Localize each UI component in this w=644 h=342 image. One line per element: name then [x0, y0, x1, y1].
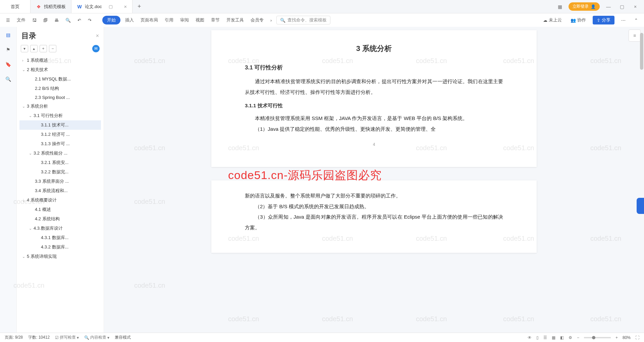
tab-add[interactable]: + — [132, 0, 146, 13]
toc-item[interactable]: ⌄5 系统详细实现 — [19, 252, 101, 261]
toc-item[interactable]: 4.3.1 数据库... — [19, 233, 101, 242]
collapse-down-icon[interactable]: ▾ — [21, 45, 28, 52]
view-web-icon[interactable]: ▦ — [552, 335, 555, 340]
toc-item[interactable]: ⌄3.1 可行性分析 — [19, 111, 101, 120]
zoom-slider[interactable] — [584, 337, 611, 338]
toc-item[interactable]: ⌄3.2 系统性能分 ... — [19, 149, 101, 158]
tab-layout[interactable]: 页面布局 — [139, 16, 160, 24]
save-as-icon[interactable]: 🗐 — [41, 16, 50, 24]
paragraph: （1）Java 提供了稳定的性能、优秀的升级性、更快速的开发、更简便的管理、全 — [245, 124, 503, 134]
preview-icon[interactable]: 🔍 — [63, 16, 73, 24]
toc-item[interactable]: 2.1 MYSQL 数据... — [19, 74, 101, 84]
toc-item[interactable]: ›1 系统概述 — [19, 56, 101, 65]
toc-item[interactable]: ⌄4.3.数据库设计 — [19, 224, 101, 233]
command-search[interactable]: 🔍 查找命令、搜索模板 — [276, 16, 330, 24]
settings-icon[interactable]: ⚙ — [569, 335, 572, 340]
toc-item[interactable]: 4.3.2 数据库... — [19, 242, 101, 252]
menu-icon[interactable]: ☰ — [4, 16, 12, 24]
outline-title: 目录 — [21, 31, 36, 41]
cloud-status[interactable]: ☁ 未上云 — [541, 16, 564, 24]
caret-icon[interactable]: ⌃ — [632, 16, 640, 24]
tab-template[interactable]: ❖ 找稻壳模板 — [31, 0, 71, 13]
reading-mode-icon[interactable]: 👁 — [528, 335, 532, 340]
heading-3: 3 系统分析 — [245, 44, 503, 54]
redo-icon[interactable]: ↷ — [86, 16, 94, 24]
close-icon[interactable]: × — [124, 4, 127, 9]
status-page: 页面: 9/28 — [5, 335, 23, 340]
page: 3 系统分析 3.1 可行性分析 通过对本精准扶贫管理系统实行的目的初步调查和分… — [211, 30, 537, 167]
monitor-icon[interactable]: ▢ — [109, 4, 113, 9]
status-words: 字数: 10412 — [28, 335, 50, 340]
tab-section[interactable]: 章节 — [209, 16, 222, 24]
collab-button[interactable]: 👥 协作 — [569, 16, 588, 24]
outline-close-icon[interactable]: × — [96, 33, 99, 39]
close-window-icon[interactable]: × — [631, 2, 640, 11]
collapse-up-icon[interactable]: ▴ — [30, 45, 38, 52]
page-number: 4 — [245, 142, 503, 147]
tab-view[interactable]: 视图 — [194, 16, 206, 24]
chat-icon[interactable]: ✉ — [92, 45, 100, 52]
toc-item[interactable]: 3.2.2 数据完... — [19, 167, 101, 177]
toc-item[interactable]: 4.1 概述 — [19, 205, 101, 214]
zoom-out-icon[interactable]: − — [577, 335, 579, 340]
scrollbar-thumb[interactable] — [640, 33, 643, 70]
print-icon[interactable]: 🖶 — [52, 16, 61, 24]
toc-item[interactable]: 3.2.1 系统安... — [19, 158, 101, 167]
view-read-icon[interactable]: ◧ — [560, 335, 564, 340]
tab-doc[interactable]: W 论文.doc ▢ × — [71, 0, 132, 13]
undo-icon[interactable]: ↶ — [75, 16, 83, 24]
toc-item[interactable]: ⌄3 系统分析 — [19, 102, 101, 111]
remove-heading-icon[interactable]: − — [49, 45, 56, 52]
view-outline-icon[interactable]: ☰ — [543, 335, 547, 340]
minimize-icon[interactable]: — — [604, 2, 613, 11]
apps-icon[interactable]: ▦ — [555, 2, 565, 11]
toc-item[interactable]: 3.3 系统界面分 ... — [19, 177, 101, 186]
search-side-icon[interactable]: 🔍 — [4, 75, 12, 83]
wps-doc-icon: W — [77, 4, 82, 9]
toc-item[interactable]: 2.3 Spring Boot ... — [19, 93, 101, 102]
maximize-icon[interactable]: ▢ — [617, 2, 627, 11]
tab-start[interactable]: 开始 — [102, 16, 120, 24]
toc-item[interactable]: ⌄4 系统概要设计 — [19, 195, 101, 205]
toc-item[interactable]: 3.4 系统流程和... — [19, 186, 101, 195]
login-button[interactable]: 立即登录👤 — [569, 2, 600, 11]
toc-item[interactable]: 2.2 B/S 结构 — [19, 84, 101, 93]
view-page-icon[interactable]: ▯ — [536, 335, 539, 340]
spell-check[interactable]: ☑ 拼写检查 ▾ — [55, 335, 79, 340]
page: 新的语言以及服务。整个系统帮用户做了大部分不重要的琐碎的工作。 （2）基于 B/… — [211, 180, 537, 253]
ai-panel-toggle[interactable]: ≡ — [629, 30, 641, 42]
more-right-icon[interactable]: › — [268, 16, 274, 24]
more-icon[interactable]: ⋯ — [619, 16, 628, 24]
file-menu[interactable]: 文件 — [15, 16, 28, 24]
tab-insert[interactable]: 插入 — [123, 16, 136, 24]
tab-devtools[interactable]: 开发工具 — [224, 16, 246, 24]
paragraph: 新的语言以及服务。整个系统帮用户做了大部分不重要的琐碎的工作。 — [245, 190, 503, 201]
tag-icon[interactable]: ⚑ — [4, 46, 12, 54]
paragraph: （2）基于 B/S 模式的系统的开发已发展日趋成熟。 — [245, 201, 503, 212]
save-icon[interactable]: 🖫 — [30, 16, 39, 24]
toc-item[interactable]: ⌄2 相关技术 — [19, 65, 101, 74]
tab-home[interactable]: 首页 — [0, 0, 31, 13]
user-icon: 👤 — [591, 4, 596, 9]
content-check[interactable]: 🔍 内容检查 ▾ — [84, 335, 109, 340]
tab-ref[interactable]: 引用 — [163, 16, 175, 24]
toc-item[interactable]: 3.1.2 经济可 ... — [19, 130, 101, 139]
heading-311: 3.1.1 技术可行性 — [245, 103, 503, 109]
fullscreen-icon[interactable]: ⛶ — [635, 335, 639, 340]
watermark-red: code51.cn-源码乐园盗图必究 — [228, 168, 382, 183]
zoom-in-icon[interactable]: + — [615, 335, 618, 340]
paragraph: 本精准扶贫管理系统采用 SSM 框架，JAVA 作为开发语言，是基于 WEB 平… — [245, 113, 503, 124]
toc-item-selected[interactable]: 3.1.1 技术可... — [19, 120, 101, 130]
outline-icon[interactable]: ▤ — [4, 31, 12, 39]
share-button[interactable]: ⇧ 分享 — [593, 16, 614, 24]
zoom-value[interactable]: 80% — [623, 335, 631, 340]
toc-item[interactable]: 3.1.3 操作可 ... — [19, 139, 101, 149]
vertical-scrollbar[interactable] — [640, 30, 643, 330]
paragraph: （3）众所周知，Java 是面向对象的开发语言。程序开发员可以在 Eclipse… — [245, 212, 503, 233]
add-heading-icon[interactable]: + — [40, 45, 47, 52]
toc-item[interactable]: 4.2 系统结构 — [19, 214, 101, 224]
search-icon: 🔍 — [280, 18, 285, 23]
tab-member[interactable]: 会员专 — [249, 16, 266, 24]
bookmark-icon[interactable]: 🔖 — [4, 60, 12, 68]
tab-review[interactable]: 审阅 — [178, 16, 191, 24]
